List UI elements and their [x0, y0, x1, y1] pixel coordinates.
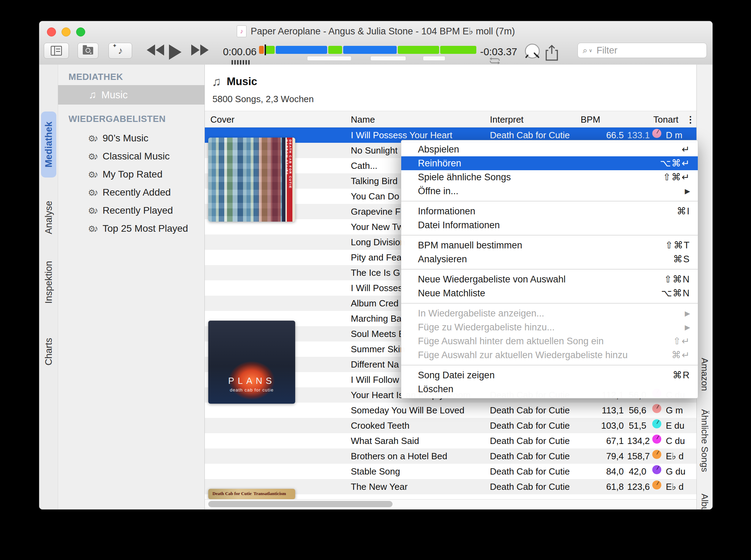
playlist-label: Top 25 Most Played	[103, 223, 188, 234]
column-header-name[interactable]: Name	[351, 114, 375, 125]
spotlight-lamp-icon[interactable]	[523, 42, 542, 64]
menu-item-informationen[interactable]: Informationen⌘I	[401, 204, 698, 218]
cover-spine-artist: DEATH CAB FOR CUTIE	[289, 140, 292, 220]
menu-item-neue-wiedergabeliste-von-auswahl[interactable]: Neue Wiedergabeliste von Auswahl⇧⌘N	[401, 272, 698, 286]
right-tab-ähnliche-songs[interactable]: Ähnliche Songs	[697, 402, 712, 479]
left-tab-charts[interactable]: Charts	[41, 320, 56, 383]
key-pie-icon	[652, 448, 662, 464]
sidebar-playlist-item[interactable]: ⚙♪My Top Rated	[58, 165, 204, 183]
play-button[interactable]	[169, 44, 182, 60]
menu-item-neue-matchliste[interactable]: Neue Matchliste⌥⌘N	[401, 286, 698, 300]
menu-item-öffne-in[interactable]: Öffne in...▶	[401, 184, 698, 198]
column-options-icon[interactable]: ⋮	[686, 114, 695, 125]
song-name-cell: Crooked Teeth	[351, 418, 410, 433]
sidebar-playlist-item[interactable]: ⚙♪90’s Music	[58, 129, 204, 147]
column-header-cover[interactable]: Cover	[210, 114, 234, 125]
song-name-cell: Stable Song	[351, 464, 400, 479]
smart-playlist-icon: ⚙♪	[88, 205, 98, 216]
menu-item-label: BPM manuell bestimmen	[418, 240, 665, 251]
playhead[interactable]	[265, 44, 266, 55]
menu-item-abspielen[interactable]: Abspielen↵	[401, 142, 698, 156]
submenu-arrow-icon: ▶	[685, 309, 690, 318]
menu-shortcut: ⇧⌘N	[664, 274, 690, 285]
progress-segment	[276, 46, 327, 54]
playlist-label: Classical Music	[103, 151, 170, 162]
rewind-button[interactable]	[146, 44, 164, 56]
document-icon: ♪	[237, 25, 247, 37]
file-search-button[interactable]	[78, 43, 98, 59]
menu-separator	[401, 266, 698, 272]
left-tab-inspektion[interactable]: Inspektion	[41, 251, 56, 313]
page-title: Music	[227, 75, 257, 88]
artist-cell: Death Cab for Cutie	[490, 418, 570, 433]
bpm-cell: 113,1	[580, 403, 624, 418]
scrollbar-thumb[interactable]	[208, 501, 393, 507]
toolbar: ✦♪ 0:00.06 -0:03.37	[39, 41, 712, 65]
column-header-interpret[interactable]: Interpret	[490, 114, 524, 125]
menu-item-analysieren[interactable]: Analysieren⌘S	[401, 252, 698, 266]
menu-item-spiele-ähnliche-songs[interactable]: Spiele ähnliche Songs⇧⌘↵	[401, 170, 698, 184]
menu-shortcut: ↵	[681, 144, 690, 155]
menu-shortcut: ⌘↵	[671, 349, 690, 361]
menu-item-label: Neue Matchliste	[418, 288, 661, 299]
zoom-button[interactable]	[76, 27, 85, 36]
progress-segment	[343, 46, 397, 54]
filter-input[interactable]	[596, 45, 713, 56]
time-elapsed: 0:00.06	[220, 46, 257, 58]
menu-item-löschen[interactable]: Löschen	[401, 382, 698, 396]
playlist-label: Recently Added	[103, 187, 171, 198]
menu-item-song-datei-zeigen[interactable]: Song Datei zeigen⌘R	[401, 368, 698, 382]
menu-item-label: Füge zu Wiedergabeliste hinzu...	[418, 322, 685, 333]
menu-item-label: Analysieren	[418, 254, 673, 265]
sidebar-item-music[interactable]: ♫ Music	[58, 85, 204, 105]
left-tab-analyse[interactable]: Analyse	[41, 186, 56, 249]
table-row[interactable]: Stable SongDeath Cab for Cutie84,042,0G …	[205, 464, 697, 479]
smart-playlist-button[interactable]: ✦♪	[108, 43, 132, 59]
chevron-down-icon[interactable]: ∨	[589, 48, 592, 53]
left-tab-mediathek[interactable]: Mediathek	[41, 112, 56, 178]
progress-segment	[398, 46, 439, 54]
song-name-cell: The New Year	[351, 479, 407, 494]
menu-item-label: Spiele ähnliche Songs	[418, 172, 663, 183]
sidebar-playlist-item[interactable]: ⚙♪Top 25 Most Played	[58, 220, 204, 238]
section-marker	[307, 56, 352, 61]
menu-shortcut: ⌘S	[673, 254, 690, 265]
fast-forward-button[interactable]	[191, 44, 209, 56]
bpm-cell: 79,4	[580, 448, 624, 464]
album-cover-narrow-stairs: DEATH CAB FOR CUTIE NARROW STAIRS	[208, 138, 295, 222]
menu-item-datei-informationen[interactable]: Datei Informationen	[401, 218, 698, 232]
browser-view-button[interactable]	[44, 43, 69, 59]
column-header-bpm[interactable]: BPM	[581, 114, 600, 125]
right-tab-amazon[interactable]: Amazon	[697, 343, 712, 406]
table-row[interactable]: What Sarah SaidDeath Cab for Cutie67,113…	[205, 433, 697, 448]
star-note-icon: ✦♪	[118, 46, 123, 56]
secondary-bpm-cell: 42,0	[627, 464, 646, 479]
secondary-bpm-cell: 158,7	[627, 448, 646, 464]
progress-segment	[259, 46, 264, 54]
table-row[interactable]: Brothers on a Hotel BedDeath Cab for Cut…	[205, 448, 697, 464]
menu-item-bpm-manuell-bestimmen[interactable]: BPM manuell bestimmen⇧⌘T	[401, 238, 698, 252]
key-cell: E♭ d	[666, 479, 684, 494]
sidebar-playlist-item[interactable]: ⚙♪Recently Added	[58, 183, 204, 201]
artist-cell: Death Cab for Cutie	[490, 448, 570, 464]
smart-playlist-icon: ⚙♪	[88, 169, 98, 180]
column-header-tonart[interactable]: Tonart	[653, 114, 678, 125]
menu-shortcut: ⇧⌘↵	[663, 172, 690, 183]
playlist-label: Recently Played	[103, 205, 173, 216]
sidebar-item-label: Music	[102, 89, 128, 101]
menu-item-reinhören[interactable]: Reinhören⌥⌘↵	[401, 156, 698, 170]
music-note-icon: ♫	[89, 89, 97, 101]
window-chrome: ♪ Paper Aeroplane - Angus & Julia Stone …	[39, 21, 712, 65]
secondary-bpm-cell: 56,6	[627, 403, 646, 418]
sidebar-playlist-item[interactable]: ⚙♪Classical Music	[58, 147, 204, 165]
search-icon: ⌕	[583, 46, 587, 55]
table-row[interactable]: Crooked TeethDeath Cab for Cutie103,051,…	[205, 418, 697, 433]
sidebar-playlist-item[interactable]: ⚙♪Recently Played	[58, 201, 204, 220]
menu-separator	[401, 300, 698, 306]
close-button[interactable]	[47, 27, 56, 36]
progress-bar[interactable]	[259, 46, 477, 54]
table-row[interactable]: Someday You Will Be LovedDeath Cab for C…	[205, 403, 697, 418]
share-icon[interactable]	[544, 44, 559, 63]
right-tab-album-infos[interactable]: Album Infos	[697, 483, 712, 510]
minimize-button[interactable]	[62, 27, 71, 36]
